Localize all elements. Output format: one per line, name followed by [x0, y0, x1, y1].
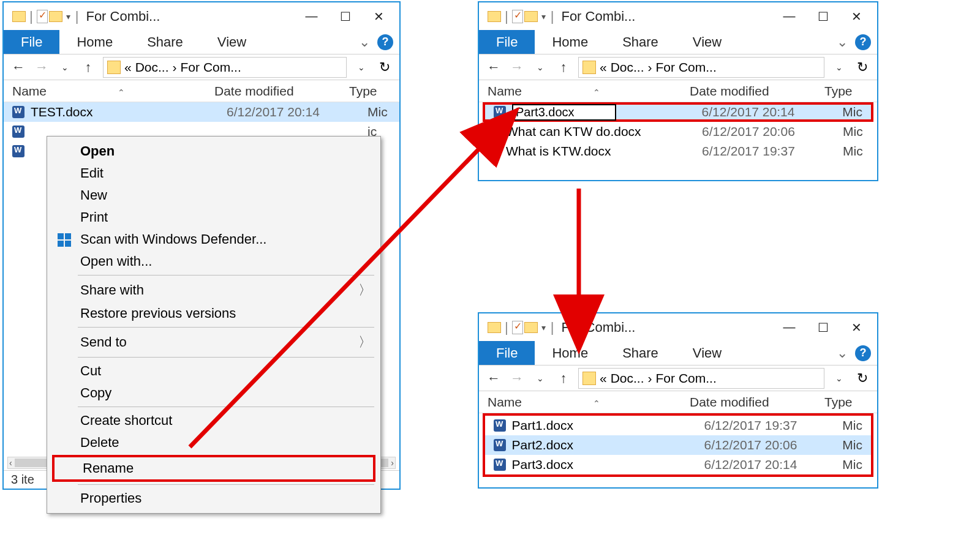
menu-send-to[interactable]: Send to 〉: [47, 330, 380, 354]
ribbon-share[interactable]: Share: [605, 345, 676, 361]
file-row[interactable]: What can KTW do.docx 6/12/2017 20:06 Mic: [479, 122, 877, 141]
col-name[interactable]: Name ⌃: [488, 395, 690, 410]
menu-share-with-label: Share with: [80, 282, 144, 298]
col-date[interactable]: Date modified: [690, 84, 824, 99]
address-bar[interactable]: « Doc... › For Com...: [578, 368, 824, 389]
ribbon-home[interactable]: Home: [535, 345, 605, 361]
file-type: Mic: [842, 418, 862, 433]
ribbon-file[interactable]: File: [4, 30, 59, 54]
menu-cut[interactable]: Cut: [47, 360, 380, 382]
file-row[interactable]: Part1.docx 6/12/2017 19:37 Mic: [485, 416, 871, 435]
ribbon: File Home Share View ⌄ ?: [479, 341, 877, 365]
maximize-button[interactable]: ☐: [328, 3, 362, 29]
ribbon-view[interactable]: View: [676, 34, 739, 50]
menu-delete[interactable]: Delete: [47, 432, 380, 454]
ribbon-view[interactable]: View: [676, 345, 739, 361]
refresh-button[interactable]: ↻: [854, 59, 871, 75]
ribbon-share[interactable]: Share: [605, 34, 676, 50]
minimize-button[interactable]: —: [295, 3, 328, 29]
help-button[interactable]: ?: [855, 34, 871, 50]
nav-history-dropdown[interactable]: ⌄: [532, 62, 549, 72]
ribbon-file[interactable]: File: [479, 341, 535, 365]
nav-back-button[interactable]: ←: [485, 59, 502, 75]
menu-new[interactable]: New: [47, 184, 380, 206]
window-title: For Combi...: [86, 9, 295, 24]
rename-input[interactable]: [512, 104, 616, 121]
scroll-left-icon[interactable]: ‹: [9, 458, 12, 468]
menu-open-with[interactable]: Open with...: [47, 250, 380, 272]
address-dropdown-icon[interactable]: ⌄: [831, 62, 848, 72]
nav-history-dropdown[interactable]: ⌄: [56, 62, 74, 72]
col-type[interactable]: Type: [349, 84, 391, 99]
col-name[interactable]: Name ⌃: [12, 84, 214, 99]
titlebar-separator: |: [75, 9, 79, 24]
col-type[interactable]: Type: [824, 395, 869, 410]
menu-scan-defender[interactable]: Scan with Windows Defender...: [47, 228, 380, 250]
nav-up-button[interactable]: ↑: [555, 59, 572, 75]
menu-rename[interactable]: Rename: [52, 455, 375, 482]
breadcrumb-seg2[interactable]: For Com...: [656, 60, 717, 75]
col-name[interactable]: Name ⌃: [488, 84, 690, 99]
ribbon-view[interactable]: View: [200, 34, 263, 50]
address-dropdown-icon[interactable]: ⌄: [353, 62, 370, 72]
close-button[interactable]: ✕: [840, 3, 873, 29]
breadcrumb-seg1[interactable]: Doc...: [611, 60, 644, 75]
ribbon-file[interactable]: File: [479, 30, 535, 54]
close-button[interactable]: ✕: [362, 3, 396, 29]
nav-forward-button[interactable]: →: [33, 59, 50, 75]
maximize-button[interactable]: ☐: [806, 3, 840, 29]
col-date[interactable]: Date modified: [214, 84, 349, 99]
breadcrumb-seg1[interactable]: Doc...: [611, 371, 644, 386]
qat-dropdown-icon[interactable]: ▾: [541, 12, 546, 21]
ribbon-home[interactable]: Home: [535, 34, 605, 50]
address-dropdown-icon[interactable]: ⌄: [831, 373, 848, 383]
menu-copy[interactable]: Copy: [47, 382, 380, 404]
doc-check-icon: [512, 10, 523, 23]
file-row[interactable]: TEST.docx 6/12/2017 20:14 Mic: [4, 102, 399, 122]
explorer-window-2: | ▾ | For Combi... — ☐ ✕ File Home Share…: [478, 1, 878, 181]
nav-back-button[interactable]: ←: [485, 370, 502, 386]
help-button[interactable]: ?: [377, 34, 393, 50]
nav-forward-button[interactable]: →: [508, 59, 526, 75]
defender-shield-icon: [57, 233, 72, 247]
col-type[interactable]: Type: [824, 84, 869, 99]
file-row[interactable]: Part2.docx 6/12/2017 20:06 Mic: [485, 435, 871, 455]
breadcrumb-seg2[interactable]: For Com...: [181, 60, 241, 75]
minimize-button[interactable]: —: [772, 3, 806, 29]
menu-edit[interactable]: Edit: [47, 162, 380, 184]
nav-up-button[interactable]: ↑: [555, 370, 572, 386]
menu-create-shortcut[interactable]: Create shortcut: [47, 410, 380, 432]
qat-dropdown-icon[interactable]: ▾: [66, 12, 70, 21]
file-row[interactable]: What is KTW.docx 6/12/2017 19:37 Mic: [479, 141, 877, 161]
ribbon-expand-icon[interactable]: ⌄: [359, 34, 370, 50]
qat-dropdown-icon[interactable]: ▾: [541, 323, 546, 332]
breadcrumb-seg1[interactable]: Doc...: [135, 60, 169, 75]
breadcrumb-seg2[interactable]: For Com...: [656, 371, 717, 386]
ribbon-home[interactable]: Home: [59, 34, 130, 50]
address-bar[interactable]: « Doc... › For Com...: [578, 57, 824, 78]
scroll-right-icon[interactable]: ›: [391, 458, 394, 468]
menu-print[interactable]: Print: [47, 206, 380, 228]
nav-forward-button[interactable]: →: [508, 370, 526, 386]
ribbon-expand-icon[interactable]: ⌄: [837, 34, 848, 50]
ribbon-share[interactable]: Share: [130, 34, 200, 50]
nav-up-button[interactable]: ↑: [80, 59, 97, 75]
menu-restore-versions[interactable]: Restore previous versions: [47, 302, 380, 324]
column-headers: Name ⌃ Date modified Type: [479, 391, 877, 413]
file-row-renaming[interactable]: 6/12/2017 20:14 Mic: [483, 102, 873, 122]
minimize-button[interactable]: —: [772, 314, 806, 340]
refresh-button[interactable]: ↻: [376, 59, 393, 75]
nav-history-dropdown[interactable]: ⌄: [532, 373, 549, 383]
menu-open[interactable]: Open: [47, 140, 380, 162]
help-button[interactable]: ?: [855, 345, 871, 361]
refresh-button[interactable]: ↻: [854, 370, 871, 386]
nav-back-button[interactable]: ←: [10, 59, 27, 75]
maximize-button[interactable]: ☐: [806, 314, 840, 340]
close-button[interactable]: ✕: [840, 314, 873, 340]
menu-share-with[interactable]: Share with 〉: [47, 278, 380, 302]
menu-properties[interactable]: Properties: [47, 487, 380, 509]
col-date[interactable]: Date modified: [690, 395, 824, 410]
ribbon-expand-icon[interactable]: ⌄: [837, 345, 848, 361]
address-bar[interactable]: « Doc... › For Com...: [103, 57, 347, 78]
file-row[interactable]: Part3.docx 6/12/2017 20:14 Mic: [485, 455, 871, 474]
